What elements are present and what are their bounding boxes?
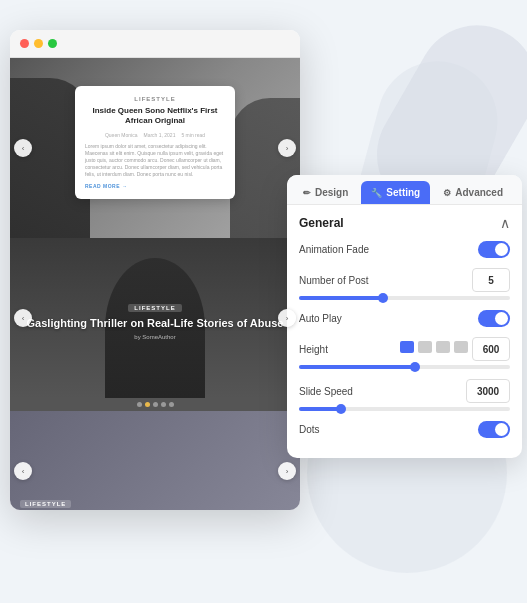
slide-dot-3[interactable]	[153, 402, 158, 407]
article-meta: Queen Monica March 1, 2021 5 min read	[85, 132, 225, 138]
tab-design-label: Design	[315, 187, 348, 198]
slide-3-category: LIFESTYLE	[20, 500, 71, 508]
slide-3: LIFESTYLE Join Forces for a New Wizardin…	[10, 411, 300, 510]
animation-fade-toggle[interactable]	[478, 241, 510, 258]
dots-toggle[interactable]	[478, 421, 510, 438]
article-category: LIFESTYLE	[85, 96, 225, 102]
slide2-prev-arrow[interactable]: ‹	[14, 309, 32, 327]
slide-dot-1[interactable]	[137, 402, 142, 407]
animation-fade-row: Animation Fade	[299, 241, 510, 258]
height-row: Height	[299, 337, 510, 369]
height-fill	[299, 365, 415, 369]
slide-2-title: Gaslighting Thriller on Real-Life Storie…	[27, 316, 284, 330]
height-icons-row	[400, 341, 468, 353]
slide-speed-label-row: Slide Speed	[299, 379, 510, 403]
slide-speed-input[interactable]	[466, 379, 510, 403]
article-excerpt: Lorem ipsum dolor sit amet, consectetur …	[85, 143, 225, 178]
slide-2: LIFESTYLE Gaslighting Thriller on Real-L…	[10, 238, 300, 398]
height-icon-small[interactable]	[454, 341, 468, 353]
slide-2-author: by SomeAuthor	[27, 334, 284, 340]
settings-panel: ✏ Design 🔧 Setting ⚙ Advanced General ∧ …	[287, 175, 522, 458]
height-input[interactable]	[472, 337, 510, 361]
number-of-post-fill	[299, 296, 383, 300]
height-label-row: Height	[299, 337, 510, 361]
auto-play-label: Auto Play	[299, 313, 342, 324]
height-icon-mobile[interactable]	[436, 341, 450, 353]
slide-speed-label: Slide Speed	[299, 386, 353, 397]
slide-dots-bar	[10, 398, 300, 411]
section-title: General	[299, 216, 344, 230]
auto-play-toggle[interactable]	[478, 310, 510, 327]
height-thumb[interactable]	[410, 362, 420, 372]
panel-body: General ∧ Animation Fade Number of Post …	[287, 205, 522, 458]
article-card: LIFESTYLE Inside Queen Sono Netflix's Fi…	[75, 86, 235, 199]
browser-content: LIFESTYLE Inside Queen Sono Netflix's Fi…	[10, 58, 300, 510]
height-slider[interactable]	[299, 365, 510, 369]
slide-dot-4[interactable]	[161, 402, 166, 407]
height-icon-tablet[interactable]	[418, 341, 432, 353]
dots-row: Dots	[299, 421, 510, 438]
animation-fade-label: Animation Fade	[299, 244, 369, 255]
browser-dot-red[interactable]	[20, 39, 29, 48]
design-icon: ✏	[303, 188, 311, 198]
number-of-post-slider[interactable]	[299, 296, 510, 300]
slide3-next-arrow[interactable]: ›	[278, 462, 296, 480]
slide3-prev-arrow[interactable]: ‹	[14, 462, 32, 480]
tab-setting-label: Setting	[386, 187, 420, 198]
height-icon-desktop[interactable]	[400, 341, 414, 353]
slide-3-text: LIFESTYLE Join Forces for a New Wizardin…	[10, 484, 269, 510]
slide-2-text: LIFESTYLE Gaslighting Thriller on Real-L…	[17, 286, 294, 350]
section-collapse-icon[interactable]: ∧	[500, 215, 510, 231]
browser-mockup: LIFESTYLE Inside Queen Sono Netflix's Fi…	[10, 30, 300, 510]
auto-play-row: Auto Play	[299, 310, 510, 327]
tab-design[interactable]: ✏ Design	[293, 181, 358, 204]
slide-next-arrow[interactable]: ›	[278, 139, 296, 157]
slide-speed-thumb[interactable]	[336, 404, 346, 414]
slide-speed-fill	[299, 407, 341, 411]
tab-setting[interactable]: 🔧 Setting	[361, 181, 430, 204]
number-of-post-label-row: Number of Post	[299, 268, 510, 292]
meta-author: Queen Monica	[105, 132, 138, 138]
tab-advanced[interactable]: ⚙ Advanced	[433, 181, 513, 204]
section-header: General ∧	[299, 215, 510, 231]
number-of-post-thumb[interactable]	[378, 293, 388, 303]
number-of-post-label: Number of Post	[299, 275, 368, 286]
number-of-post-row: Number of Post	[299, 268, 510, 300]
slide-speed-row: Slide Speed	[299, 379, 510, 411]
browser-dot-yellow[interactable]	[34, 39, 43, 48]
browser-dot-green[interactable]	[48, 39, 57, 48]
tab-advanced-label: Advanced	[455, 187, 503, 198]
slide-speed-slider[interactable]	[299, 407, 510, 411]
slide-prev-arrow[interactable]: ‹	[14, 139, 32, 157]
meta-read: 5 min read	[181, 132, 205, 138]
read-more-link[interactable]: READ MORE →	[85, 183, 225, 189]
slide-2-category: LIFESTYLE	[128, 304, 181, 312]
number-of-post-input[interactable]	[472, 268, 510, 292]
dots-label: Dots	[299, 424, 320, 435]
height-label: Height	[299, 344, 328, 355]
slide-dot-5[interactable]	[169, 402, 174, 407]
article-title: Inside Queen Sono Netflix's First Africa…	[85, 106, 225, 127]
meta-date: March 1, 2021	[143, 132, 175, 138]
setting-icon: 🔧	[371, 188, 382, 198]
slide2-next-arrow[interactable]: ›	[278, 309, 296, 327]
advanced-icon: ⚙	[443, 188, 451, 198]
slide-dot-2[interactable]	[145, 402, 150, 407]
slide-1: LIFESTYLE Inside Queen Sono Netflix's Fi…	[10, 58, 300, 238]
tab-bar: ✏ Design 🔧 Setting ⚙ Advanced	[287, 175, 522, 205]
browser-bar	[10, 30, 300, 58]
